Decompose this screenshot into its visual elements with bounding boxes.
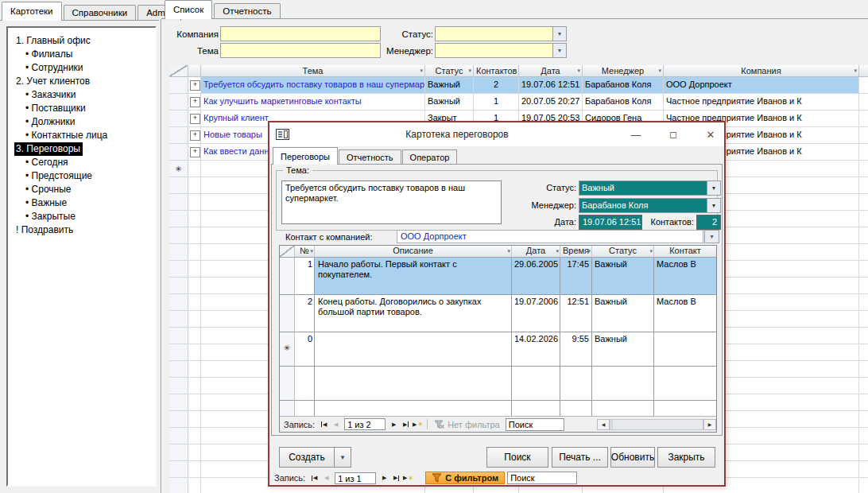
new-record-button[interactable]: ▶✳	[412, 419, 424, 429]
cell-time[interactable]: 12:51	[560, 295, 592, 332]
header-manager[interactable]: Менеджер▾	[583, 65, 664, 77]
print-button[interactable]: Печать ...	[552, 447, 608, 468]
tema-filter-input[interactable]	[220, 43, 381, 58]
header-status[interactable]: Статус▾	[425, 65, 474, 77]
cell-date[interactable]: 20.07.05 20:27	[519, 94, 583, 111]
header-desc[interactable]: Описание▾	[315, 246, 512, 258]
next-record-button[interactable]: ▶	[388, 419, 400, 429]
record-position[interactable]: 1 из 2	[344, 418, 386, 430]
row-selector[interactable]	[169, 127, 188, 144]
cell-time[interactable]: 17:45	[560, 258, 592, 295]
last-record-button[interactable]: ▶	[400, 419, 412, 429]
record-position[interactable]: 1 из 1	[335, 472, 376, 484]
sort-dropdown-icon[interactable]: ▾	[577, 68, 580, 74]
manager-filter-combo[interactable]: ▾	[435, 43, 567, 58]
chevron-down-icon[interactable]: ▾	[552, 27, 566, 41]
first-record-button[interactable]: ◀	[308, 473, 320, 483]
minimize-button[interactable]: —	[626, 126, 646, 143]
cell-tema[interactable]: Требуется обсудить поставку товаров в на…	[201, 77, 425, 94]
sidebar-item[interactable]: • Сотрудники	[11, 61, 153, 75]
cell-date[interactable]: 19.07.06 12:51	[519, 77, 583, 94]
header-contacts[interactable]: Контактов▾	[474, 65, 519, 77]
expand-plus-icon[interactable]	[188, 144, 201, 161]
create-button[interactable]: Создать	[279, 447, 335, 468]
company-filter-input[interactable]	[220, 26, 381, 41]
sidebar-item[interactable]: • Должники	[11, 115, 153, 129]
header-contact[interactable]: Контакт	[654, 246, 717, 258]
header-date[interactable]: Дата▾	[519, 65, 583, 77]
sort-dropdown-icon[interactable]: ▾	[556, 248, 559, 254]
sort-dropdown-icon[interactable]: ▾	[310, 248, 313, 254]
manager-combo[interactable]: Барабанов Коля ▾	[579, 198, 721, 213]
sidebar-item[interactable]: • Контактные лица	[11, 129, 153, 142]
sort-dropdown-icon[interactable]: ▾	[658, 68, 661, 74]
scroll-right-button[interactable]: ▶	[703, 419, 716, 430]
create-dropdown-button[interactable]: ▾	[334, 447, 351, 468]
cell-contact[interactable]	[654, 332, 717, 367]
cell-date[interactable]: 14.02.2026	[512, 332, 560, 367]
sidebar-item[interactable]: • Филиалы	[11, 48, 153, 61]
chevron-down-icon[interactable]: ▾	[704, 230, 719, 243]
header-company[interactable]: Компания▾	[664, 65, 859, 77]
cell-status[interactable]: Важный	[425, 94, 474, 111]
expand-plus-icon[interactable]	[188, 161, 201, 177]
form-search-input[interactable]	[507, 472, 577, 484]
sidebar-item[interactable]: • Поставщики	[11, 102, 153, 115]
sidebar-item[interactable]: ! Поздравить	[11, 223, 153, 237]
sidebar-item[interactable]: 1. Главный офис	[11, 34, 153, 48]
sort-dropdown-icon[interactable]: ▾	[513, 68, 517, 74]
row-selector[interactable]	[280, 295, 295, 332]
cell-n[interactable]: 2	[295, 295, 315, 332]
row-selector[interactable]	[169, 77, 188, 94]
cell-status[interactable]: Важный	[592, 258, 654, 295]
pane-tab[interactable]: Список	[165, 0, 212, 19]
company-combo-value[interactable]: ООО Дорпроект	[397, 230, 703, 243]
expand-plus-icon[interactable]	[188, 111, 201, 127]
new-record-button[interactable]: ▶✳	[402, 473, 414, 483]
chevron-down-icon[interactable]: ▾	[707, 181, 720, 195]
cell-contact[interactable]: Маслов В	[654, 295, 717, 332]
expand-plus-icon[interactable]	[188, 94, 201, 111]
cell-time[interactable]: 9:55	[560, 332, 592, 367]
scroll-left-button[interactable]: ◀	[597, 419, 610, 430]
refresh-button[interactable]: Обновить	[610, 447, 655, 468]
cell-n[interactable]: 0	[295, 332, 315, 367]
sidebar-item[interactable]: 2. Учет клиентов	[11, 75, 153, 88]
row-selector[interactable]	[280, 332, 295, 367]
sort-dropdown-icon[interactable]: ▾	[649, 248, 653, 254]
row-selector[interactable]	[169, 161, 188, 177]
header-date[interactable]: Дата▾	[512, 246, 560, 258]
prev-record-button[interactable]: ◀	[320, 473, 332, 483]
sidebar-item[interactable]: • Заказчики	[11, 88, 153, 102]
cell-tema[interactable]: Как улучшить маркетинговые контакты	[201, 94, 425, 111]
row-selector[interactable]	[169, 94, 188, 111]
scroll-track[interactable]	[610, 419, 703, 430]
prev-record-button[interactable]: ◀	[330, 419, 342, 429]
sidebar-item[interactable]: • Предстоящие	[11, 169, 153, 183]
dialog-tab[interactable]: Переговоры	[273, 147, 338, 165]
sidebar-item[interactable]: • Сегодня	[11, 156, 153, 169]
cell-contacts[interactable]: 2	[474, 77, 519, 94]
cell-manager[interactable]: Барабанов Коля	[583, 94, 664, 111]
cell-manager[interactable]: Барабанов Коля	[583, 77, 664, 94]
dialog-titlebar[interactable]: Картотека переговоров — ◻ ✕	[269, 122, 724, 146]
cell-date[interactable]: 19.07.2006	[512, 295, 560, 332]
row-selector[interactable]	[169, 144, 188, 161]
scroll-thumb[interactable]	[611, 420, 613, 431]
sort-dropdown-icon[interactable]: ▾	[587, 248, 591, 254]
sidebar-item[interactable]: • Закрытые	[11, 210, 153, 223]
maximize-button[interactable]: ◻	[663, 126, 684, 143]
sort-dropdown-icon[interactable]: ▾	[420, 68, 423, 74]
search-button[interactable]: Поиск	[486, 447, 548, 468]
no-filter-indicator[interactable]: Нет фильтра	[431, 420, 503, 429]
cell-company[interactable]: Частное предприятие Иванов и К	[664, 94, 859, 111]
date-field[interactable]: 19.07.06 12:51	[579, 215, 642, 230]
tema-textarea[interactable]: Требуется обсудить поставку товаров в на…	[281, 181, 502, 224]
contacts-search-input[interactable]	[506, 418, 564, 431]
contacts-count-field[interactable]: 2	[696, 215, 721, 230]
dialog-tab[interactable]: Отчетность	[339, 149, 401, 165]
cell-status[interactable]: Важный	[592, 295, 654, 332]
cell-desc[interactable]	[315, 332, 512, 367]
row-selector[interactable]	[280, 258, 295, 295]
close-button[interactable]: ✕	[700, 126, 721, 143]
